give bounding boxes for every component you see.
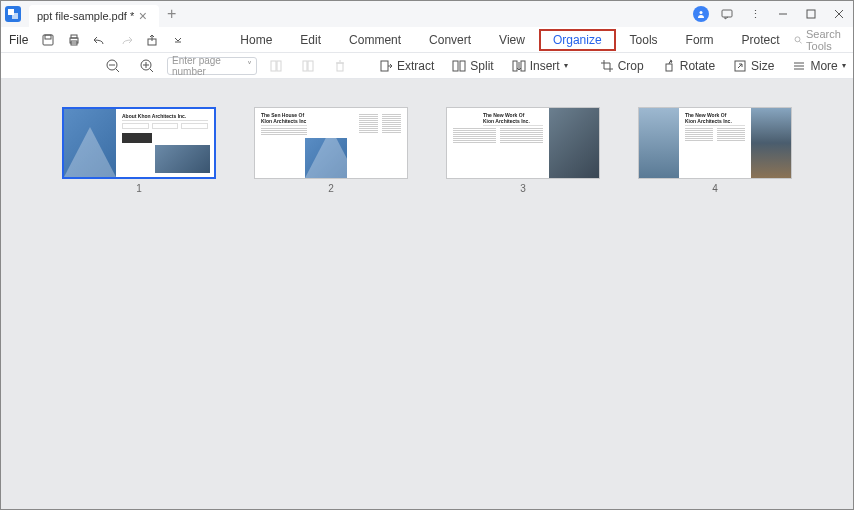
page-range-left-icon[interactable] xyxy=(263,57,289,75)
page-canvas[interactable]: About Khon Architects Inc. 1 The Sen Hou… xyxy=(1,79,853,509)
svg-rect-1 xyxy=(12,13,18,19)
thumb-image xyxy=(64,109,116,177)
svg-rect-33 xyxy=(381,61,388,71)
chevron-down-icon: ▾ xyxy=(564,61,568,70)
menu-convert[interactable]: Convert xyxy=(415,29,485,51)
user-avatar-icon[interactable] xyxy=(693,6,709,22)
svg-line-25 xyxy=(150,69,153,72)
svg-line-16 xyxy=(799,41,801,43)
thumb-content: The Sen House Of Klon Architects Inc xyxy=(255,108,313,178)
page-thumbnail[interactable]: The Sen House Of Klon Architects Inc xyxy=(254,107,408,179)
more-icon xyxy=(792,59,806,73)
svg-rect-9 xyxy=(45,35,51,39)
crop-button[interactable]: Crop xyxy=(594,57,650,75)
zoom-out-button[interactable] xyxy=(99,56,127,76)
menu-comment[interactable]: Comment xyxy=(335,29,415,51)
page-thumbnail-wrap: About Khon Architects Inc. 1 xyxy=(62,107,216,194)
document-tab[interactable]: ppt file-sample.pdf * × xyxy=(29,5,159,27)
maximize-button[interactable] xyxy=(801,4,821,24)
dropdown-icon[interactable] xyxy=(170,32,186,48)
svg-rect-36 xyxy=(513,61,517,71)
size-button[interactable]: Size xyxy=(727,57,780,75)
page-number: 3 xyxy=(520,183,526,194)
thumb-title: The New Work Of Kion Architects Inc. xyxy=(685,112,745,126)
thumb-image xyxy=(751,108,791,178)
menu-bar: File Home Edit Comment Convert View Orga… xyxy=(1,27,853,53)
split-button[interactable]: Split xyxy=(446,57,499,75)
thumb-content: About Khon Architects Inc. xyxy=(116,109,214,177)
page-thumbnail[interactable]: About Khon Architects Inc. xyxy=(62,107,216,179)
chevron-down-icon: ˅ xyxy=(247,60,252,71)
thumb-image xyxy=(639,108,679,178)
svg-rect-35 xyxy=(460,61,465,71)
svg-rect-3 xyxy=(722,10,732,17)
svg-rect-11 xyxy=(71,35,77,38)
svg-line-21 xyxy=(116,69,119,72)
menu-edit[interactable]: Edit xyxy=(286,29,335,51)
page-thumbnail-wrap: The New Work Of Kion Architects Inc. 4 xyxy=(638,107,792,194)
thumb-image xyxy=(549,108,599,178)
svg-rect-29 xyxy=(308,61,313,71)
menu-form[interactable]: Form xyxy=(672,29,728,51)
chevron-down-icon: ▾ xyxy=(842,61,846,70)
new-tab-button[interactable]: + xyxy=(159,5,184,23)
kebab-menu-icon[interactable]: ⋮ xyxy=(745,4,765,24)
organize-toolbar: Enter page number ˅ Extract Split Insert… xyxy=(1,53,853,79)
page-thumbnail[interactable]: The New Work Of Kion Architects Inc. xyxy=(638,107,792,179)
tab-title: ppt file-sample.pdf * xyxy=(37,10,135,22)
menu-organize[interactable]: Organize xyxy=(539,29,616,51)
thumb-title: The New Work Of Kion Architects Inc. xyxy=(483,112,543,126)
svg-rect-26 xyxy=(271,61,276,71)
svg-point-2 xyxy=(700,11,703,14)
size-icon xyxy=(733,59,747,73)
page-number: 2 xyxy=(328,183,334,194)
thumb-title: About Khon Architects Inc. xyxy=(122,113,208,121)
page-input-placeholder: Enter page number xyxy=(172,55,247,77)
extract-icon xyxy=(379,59,393,73)
minimize-button[interactable] xyxy=(773,4,793,24)
delete-page-icon[interactable] xyxy=(327,57,353,75)
tab-bar: ppt file-sample.pdf * × + ⋮ xyxy=(1,1,853,27)
page-thumbnail[interactable]: The New Work Of Kion Architects Inc. xyxy=(446,107,600,179)
redo-icon[interactable] xyxy=(118,32,134,48)
page-range-right-icon[interactable] xyxy=(295,57,321,75)
save-icon[interactable] xyxy=(40,32,56,48)
thumb-content: The New Work Of Kion Architects Inc. xyxy=(447,108,549,178)
svg-rect-34 xyxy=(453,61,458,71)
svg-rect-28 xyxy=(303,61,307,71)
thumb-title: The Sen House Of Klon Architects Inc xyxy=(261,112,307,126)
svg-rect-30 xyxy=(337,63,343,71)
page-thumbnail-wrap: The New Work Of Kion Architects Inc. 3 xyxy=(446,107,600,194)
svg-rect-38 xyxy=(666,64,672,71)
search-tools[interactable]: Search Tools xyxy=(794,28,851,52)
page-thumbnail-wrap: The Sen House Of Klon Architects Inc 2 xyxy=(254,107,408,194)
print-icon[interactable] xyxy=(66,32,82,48)
extract-button[interactable]: Extract xyxy=(373,57,440,75)
svg-point-15 xyxy=(795,36,800,41)
svg-rect-27 xyxy=(277,61,281,71)
page-number: 1 xyxy=(136,183,142,194)
insert-icon xyxy=(512,59,526,73)
undo-icon[interactable] xyxy=(92,32,108,48)
zoom-in-button[interactable] xyxy=(133,56,161,76)
menu-protect[interactable]: Protect xyxy=(728,29,794,51)
page-number-input[interactable]: Enter page number ˅ xyxy=(167,57,257,75)
rotate-icon xyxy=(662,59,676,73)
crop-icon xyxy=(600,59,614,73)
share-icon[interactable] xyxy=(144,32,160,48)
chat-icon[interactable] xyxy=(717,4,737,24)
rotate-button[interactable]: Rotate xyxy=(656,57,721,75)
menu-view[interactable]: View xyxy=(485,29,539,51)
close-tab-icon[interactable]: × xyxy=(135,8,151,24)
svg-rect-5 xyxy=(807,10,815,18)
search-placeholder: Search Tools xyxy=(806,28,850,52)
thumb-content: The New Work Of Kion Architects Inc. xyxy=(679,108,751,178)
page-number: 4 xyxy=(712,183,718,194)
insert-button[interactable]: Insert ▾ xyxy=(506,57,574,75)
menu-home[interactable]: Home xyxy=(226,29,286,51)
menu-tools[interactable]: Tools xyxy=(616,29,672,51)
close-window-button[interactable] xyxy=(829,4,849,24)
more-button[interactable]: More ▾ xyxy=(786,57,851,75)
file-menu[interactable]: File xyxy=(9,33,28,47)
split-icon xyxy=(452,59,466,73)
